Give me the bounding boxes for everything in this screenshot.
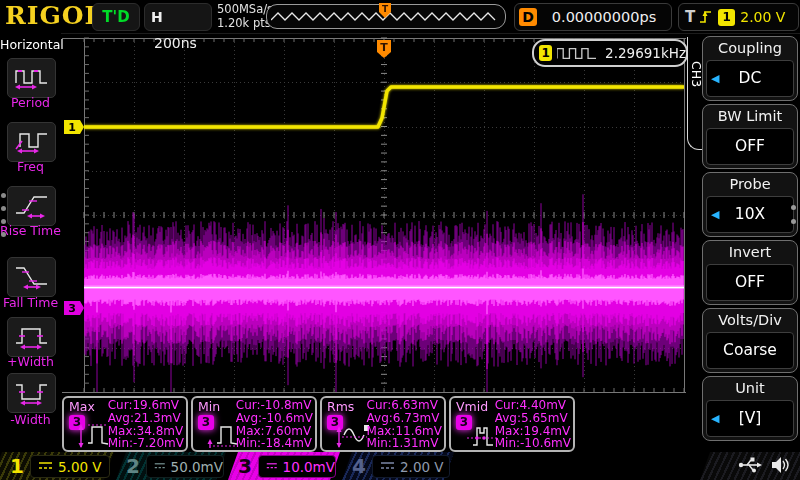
dc-coupling-icon — [154, 461, 166, 472]
speaker-icon — [770, 456, 790, 474]
menu-item-unit[interactable]: Unit ◀[V] — [702, 376, 798, 441]
freq-icon — [14, 129, 50, 155]
delay-value: 0.00000000ps — [537, 9, 671, 25]
dc-coupling-icon — [38, 461, 53, 472]
rise-time-icon — [14, 193, 50, 219]
right-menu-page-dots — [791, 205, 796, 233]
measure-item-freq[interactable] — [7, 122, 56, 162]
measure-item-fall-time-label: Fall Time — [0, 295, 61, 310]
menu-item-volts-div[interactable]: Volts/Div ◀Coarse — [702, 308, 798, 373]
channel-4-scale: 2.00 V — [400, 459, 444, 475]
trigger-info[interactable]: T 1 2.00 V — [678, 3, 799, 31]
horizontal-timebase[interactable]: H 200ns — [144, 3, 212, 31]
rising-edge-icon — [700, 9, 713, 25]
delay-badge: D — [519, 8, 537, 26]
left-arrow-icon: ◀ — [711, 61, 719, 96]
svg-text:T: T — [382, 4, 389, 14]
h-label: H — [151, 9, 163, 25]
waveform-position-bar[interactable]: T — [266, 4, 506, 29]
measure-menu: Horizontal Period Freq — [0, 33, 61, 452]
trigger-status-badge: T'D — [92, 3, 140, 31]
fall-time-icon — [14, 264, 50, 290]
measure-item-plus-width[interactable] — [7, 317, 56, 357]
usb-icon — [738, 456, 762, 474]
measure-item-rise-time-label: Rise Time — [0, 223, 61, 238]
menu-item-bw-limit[interactable]: BW Limit ◀OFF — [702, 104, 798, 169]
channel-1-scale: 5.00 V — [58, 459, 102, 475]
trigger-label: T — [685, 8, 695, 26]
measure-menu-title: Horizontal — [0, 37, 61, 52]
measurement-vmid: Vmid 3 Cur:4.40mV Avg:5.65mV Max:19.4mV … — [449, 396, 575, 452]
memory-trigger-marker[interactable]: T — [378, 3, 392, 19]
left-arrow-icon: ◀ — [711, 197, 719, 232]
trigger-delay[interactable]: D 0.00000000ps — [514, 3, 672, 31]
top-bar: RIGOL T'D H 200ns 500MSa/s 1.20k pts T D… — [0, 0, 800, 34]
channel-4-number: 4 — [352, 454, 366, 478]
acquisition-info: 500MSa/s 1.20k pts — [217, 2, 273, 30]
dc-coupling-icon — [266, 461, 278, 472]
pulse-train-icon — [557, 47, 598, 60]
measure-item-fall-time[interactable] — [7, 257, 56, 297]
channel-bar: 1 5.00 V 2 50.0mV 3 — [0, 452, 800, 480]
measurement-panel: Max 3 Cur:19.6mV Avg:21.3mV Max:34.8mV M… — [62, 396, 575, 452]
measure-item-freq-label: Freq — [0, 159, 61, 174]
channel-settings-menu: Coupling ◀DC BW Limit ◀OFF Probe ◀10X In… — [702, 36, 798, 444]
freq-counter-value: 2.29691kHz — [605, 45, 686, 61]
menu-item-coupling[interactable]: Coupling ◀DC — [702, 36, 798, 101]
frequency-counter: 1 2.29691kHz — [532, 39, 688, 67]
dc-coupling-icon — [380, 461, 395, 472]
channel-2-number: 2 — [126, 454, 140, 478]
measure-item-period[interactable] — [7, 58, 56, 98]
measurement-rms: Rms 3 Cur:6.63mV Avg:6.73mV Max:11.6mV M… — [320, 396, 446, 452]
memory-depth: 1.20k pts — [217, 16, 273, 30]
measure-item-period-label: Period — [0, 95, 61, 110]
measure-item-minus-width-label: -Width — [0, 412, 61, 427]
channel-1-number: 1 — [10, 454, 24, 478]
measure-item-minus-width[interactable] — [7, 373, 56, 413]
measure-item-plus-width-label: +Width — [0, 354, 61, 369]
left-arrow-icon: ◀ — [711, 401, 719, 436]
menu-item-probe[interactable]: Probe ◀10X — [702, 172, 798, 237]
measure-item-rise-time[interactable] — [7, 186, 56, 226]
oscilloscope-screen: RIGOL T'D H 200ns 500MSa/s 1.20k pts T D… — [0, 0, 800, 480]
sample-rate: 500MSa/s — [217, 2, 273, 16]
trigger-level-value: 2.00 V — [740, 9, 785, 25]
menu-page-dots — [1, 193, 6, 245]
measurement-max: Max 3 Cur:19.6mV Avg:21.3mV Max:34.8mV M… — [62, 396, 188, 452]
channel-3-number: 3 — [238, 454, 252, 478]
rigol-logo: RIGOL — [5, 1, 103, 30]
channel-3-scale: 10.0mV — [283, 459, 335, 475]
timebase-value: 200ns — [154, 35, 197, 51]
measurement-min: Min 3 Cur:-10.8mV Avg:-10.6mV Max:7.60mV… — [191, 396, 317, 452]
minus-width-icon — [14, 380, 50, 406]
freq-counter-channel-badge: 1 — [539, 45, 552, 61]
trigger-source-badge: 1 — [718, 9, 735, 26]
period-icon — [14, 65, 50, 91]
menu-item-invert[interactable]: Invert ◀OFF — [702, 240, 798, 305]
plus-width-icon — [14, 324, 50, 350]
channel-2-scale: 50.0mV — [171, 459, 223, 475]
